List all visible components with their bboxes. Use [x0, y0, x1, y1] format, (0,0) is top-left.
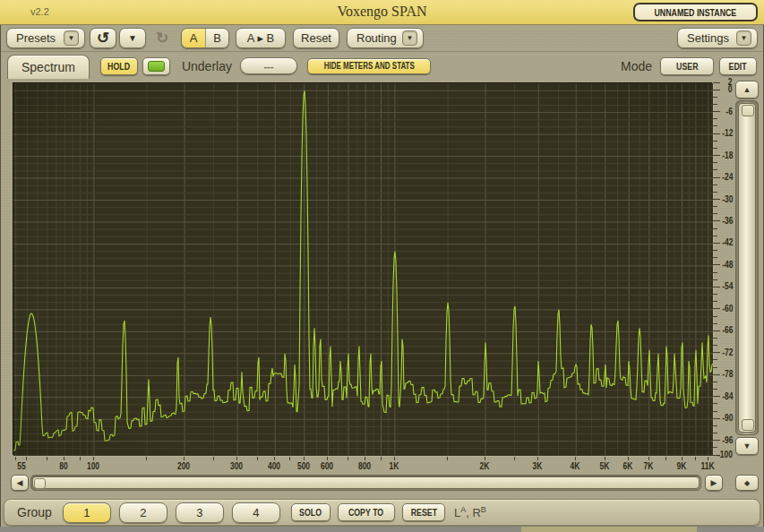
arrow-right-icon: ▶ [711, 478, 717, 487]
vertical-scroll-thumb[interactable] [738, 103, 756, 433]
reset-button[interactable]: Reset [293, 28, 339, 48]
bottom-edge-segment [521, 527, 697, 532]
db-axis-label: -30 [722, 195, 733, 204]
freq-tick [348, 457, 348, 460]
instance-name-label: UNNAMED INSTANCE [655, 7, 737, 18]
db-tick [713, 169, 717, 170]
db-axis: 20-6-12-18-24-30-36-42-48-54-60-66-72-78… [713, 82, 734, 455]
freq-axis-label: 55 [17, 461, 25, 471]
db-axis-label: -36 [722, 217, 733, 226]
chevron-down-icon: ▼ [128, 33, 137, 43]
group-3-button[interactable]: 3 [176, 502, 224, 523]
freq-tick [628, 457, 629, 460]
db-tick [713, 323, 717, 324]
hide-meters-button[interactable]: HIDE METERS AND STATS [307, 58, 431, 74]
db-tick [713, 301, 717, 302]
db-tick [713, 243, 720, 244]
horizontal-scrollbar[interactable] [30, 475, 701, 491]
mode-user-button[interactable]: USER [660, 57, 714, 75]
ab-a-button[interactable]: A [182, 29, 205, 47]
freq-tick [257, 457, 258, 460]
group-reset-label: RESET [410, 507, 436, 518]
group-reset-button[interactable]: RESET [402, 503, 445, 521]
frequency-axis: 55801002003004005006008001K2K3K4K5K6K7K9… [13, 456, 712, 473]
solo-button[interactable]: SOLO [291, 503, 330, 521]
db-tick [713, 82, 720, 83]
freq-axis-label: 7K [643, 461, 653, 471]
undo-button[interactable]: ↺ [90, 28, 116, 48]
db-tick [713, 338, 717, 339]
freq-tick [213, 457, 214, 460]
group-2-button[interactable]: 2 [119, 502, 167, 523]
solo-label: SOLO [299, 507, 322, 518]
freq-tick [381, 457, 382, 460]
routing-button[interactable]: Routing ▼ [347, 28, 424, 48]
db-axis-label: -72 [722, 348, 733, 357]
db-tick [713, 287, 720, 287]
freq-tick [64, 457, 64, 460]
db-tick [713, 411, 717, 412]
mode-user-label: USER [676, 61, 698, 72]
scroll-left-button[interactable]: ◀ [11, 475, 29, 491]
db-axis-label: -90 [722, 414, 733, 423]
toolbar: Presets ▼ ↺ ▼ ↻ A B A ▸ B Reset Routing … [0, 25, 764, 52]
horizontal-scroll-thumb[interactable] [32, 476, 700, 489]
db-axis-label: -66 [722, 326, 733, 335]
tab-spectrum[interactable]: Spectrum [7, 55, 90, 79]
freq-tick [15, 457, 16, 460]
db-axis-label: -96 [722, 436, 733, 445]
freq-tick [26, 457, 27, 460]
db-tick [713, 447, 717, 448]
group-4-button[interactable]: 4 [232, 502, 280, 523]
db-tick [713, 330, 720, 331]
freq-axis-label: 500 [297, 461, 310, 471]
history-dropdown-button[interactable]: ▼ [119, 28, 146, 48]
underlay-select-button[interactable]: --- [240, 57, 297, 74]
freq-tick [365, 457, 365, 460]
zoom-corner-button[interactable]: ◆ [735, 475, 759, 491]
db-axis-label: -24 [722, 173, 733, 182]
spectrum-tab-row: Spectrum HOLD Underlay --- HIDE METERS A… [0, 53, 764, 79]
db-axis-label: -60 [722, 305, 733, 313]
freq-tick [447, 457, 448, 460]
scroll-down-button[interactable]: ▼ [735, 437, 759, 455]
db-tick [713, 425, 717, 426]
arrow-down-icon: ▼ [743, 442, 751, 450]
spectrum-plot[interactable] [13, 82, 712, 455]
a-to-b-button[interactable]: A ▸ B [236, 28, 286, 48]
presets-button[interactable]: Presets ▼ [6, 28, 85, 48]
freq-tick [514, 457, 515, 460]
plot-background [13, 83, 713, 456]
freq-tick [708, 457, 708, 460]
db-axis-label: -54 [722, 282, 733, 291]
scroll-right-button[interactable]: ▶ [705, 475, 723, 491]
db-tick [713, 396, 720, 397]
scroll-up-button[interactable]: ▲ [735, 81, 759, 99]
settings-label: Settings [687, 31, 729, 45]
spectrum-svg [13, 83, 713, 456]
hold-button[interactable]: HOLD [100, 57, 138, 75]
group-bar: Group 1 2 3 4 SOLO COPY TO RESET LA, RB [4, 499, 760, 526]
db-tick [713, 389, 717, 390]
freq-tick [274, 457, 275, 460]
db-tick [713, 220, 720, 221]
db-tick [713, 433, 717, 433]
spectrum-color-button[interactable] [142, 57, 170, 75]
channel-layout-label: LA, RB [454, 506, 486, 519]
mode-edit-button[interactable]: EDIT [719, 57, 757, 75]
db-axis-label: -100 [717, 450, 733, 459]
vertical-scrollbar[interactable] [735, 100, 759, 435]
freq-tick [236, 457, 237, 460]
freq-tick [304, 457, 305, 460]
db-tick [713, 316, 717, 317]
group-label: Group [17, 505, 52, 519]
settings-button[interactable]: Settings ▼ [677, 28, 758, 48]
instance-name-button[interactable]: UNNAMED INSTANCE [633, 3, 758, 21]
copy-to-button[interactable]: COPY TO [338, 503, 395, 521]
freq-tick [93, 457, 94, 460]
group-1-button[interactable]: 1 [63, 502, 111, 523]
ab-b-button[interactable]: B [205, 29, 228, 47]
freq-axis-label: 1K [389, 461, 399, 471]
freq-axis-label: 6K [623, 461, 633, 471]
db-tick [713, 345, 717, 346]
